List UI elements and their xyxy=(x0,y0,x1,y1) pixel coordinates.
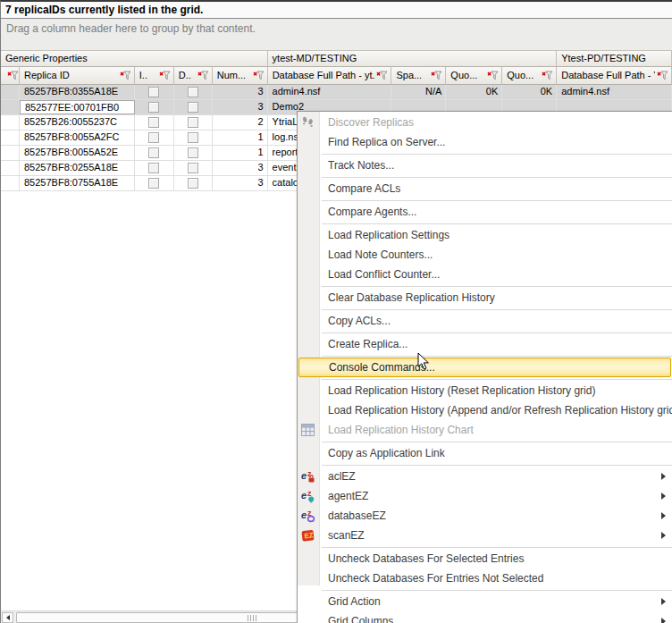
checkbox[interactable] xyxy=(188,87,198,97)
column-header-database-full-path-yt[interactable]: Database Full Path - yt... xyxy=(268,67,392,85)
checkbox[interactable] xyxy=(188,117,198,128)
checkbox[interactable] xyxy=(148,102,159,113)
cell-replica_id[interactable]: 85257BF8:0055A2FC xyxy=(20,130,135,145)
cell-checked_i[interactable] xyxy=(135,85,174,99)
column-header-quo[interactable]: Quo... xyxy=(502,67,557,85)
cell-checked_d[interactable] xyxy=(174,100,213,114)
filter-icon[interactable] xyxy=(253,71,265,82)
menu-item-grid-action[interactable]: Grid Action xyxy=(298,592,672,611)
checkbox[interactable] xyxy=(148,178,159,189)
column-header-database-full-path-yt[interactable]: Database Full Path - Yt... xyxy=(557,67,672,85)
cell-replica_id[interactable]: 852577EE:00701FB0 xyxy=(20,100,135,114)
filter-icon[interactable] xyxy=(197,71,209,82)
menu-item-compare-acls[interactable]: Compare ACLs xyxy=(298,179,672,198)
cell-checked_i[interactable] xyxy=(135,161,174,175)
cell-num[interactable]: 1 xyxy=(213,146,268,160)
cell-checked_d[interactable] xyxy=(174,85,213,99)
cell-num[interactable]: 1 xyxy=(213,130,268,145)
group-by-panel[interactable]: Drag a column header here to group by th… xyxy=(1,19,672,51)
menu-item-aclez[interactable]: aclEZez xyxy=(298,467,672,486)
cell-replica_id[interactable]: 85257BF8:0055A52E xyxy=(20,146,135,160)
cell-checked_i[interactable] xyxy=(135,115,174,130)
cell-replica_id[interactable]: 85257BF8:0755A18E xyxy=(20,176,135,190)
menu-item-console-commands[interactable]: Console Commands... xyxy=(298,358,671,377)
cell-checked_i[interactable] xyxy=(135,130,174,145)
menu-item-copy-as-application-link[interactable]: Copy as Application Link xyxy=(298,443,672,463)
row-indicator-cell[interactable] xyxy=(1,146,20,160)
menu-item-load-conflict-counter[interactable]: Load Conflict Counter... xyxy=(298,265,672,284)
cell-path2[interactable]: admin4.nsf xyxy=(557,85,672,99)
filter-icon[interactable] xyxy=(120,71,131,82)
cell-checked_i[interactable] xyxy=(135,176,174,190)
menu-item-load-replication-history-append-and-or-refresh-replication-history-grid[interactable]: Load Replication History (Append and/or … xyxy=(298,400,672,420)
cell-num[interactable]: 3 xyxy=(213,161,268,175)
band-header-ytest-pd-testing[interactable]: Ytest-PD/TESTING xyxy=(557,51,672,67)
cell-checked_d[interactable] xyxy=(174,146,213,160)
cell-replica_id[interactable]: 85257B26:0055237C xyxy=(20,115,135,130)
menu-item-track-notes[interactable]: Track Notes... xyxy=(298,156,672,175)
filter-icon[interactable] xyxy=(542,71,553,82)
menu-item-grid-columns[interactable]: Grid Columns xyxy=(298,611,672,623)
cell-num[interactable]: 3 xyxy=(213,100,268,114)
column-header-i[interactable]: I.. xyxy=(135,67,174,85)
row-indicator-cell[interactable] xyxy=(1,161,20,175)
column-header-indicator[interactable] xyxy=(1,67,20,85)
menu-item-copy-acls[interactable]: Copy ACLs... xyxy=(298,311,672,331)
menu-item-find-replica-on-server[interactable]: Find Replica on Server... xyxy=(298,132,672,152)
checkbox[interactable] xyxy=(188,102,198,113)
checkbox[interactable] xyxy=(148,163,159,173)
menu-item-load-replication-settings[interactable]: Load Replication Settings xyxy=(298,225,672,245)
checkbox[interactable] xyxy=(188,132,198,143)
cell-path[interactable]: admin4.nsf xyxy=(268,85,392,99)
cell-replica_id[interactable]: 85257BF8:0255A18E xyxy=(20,161,135,175)
menu-item-agentez[interactable]: agentEZez xyxy=(298,486,672,506)
cell-replica_id[interactable]: 85257BF8:0355A18E xyxy=(20,85,135,99)
cell-num[interactable]: 3 xyxy=(213,176,268,190)
cell-checked_d[interactable] xyxy=(174,115,213,130)
menu-item-load-note-counters[interactable]: Load Note Counters... xyxy=(298,245,672,265)
checkbox[interactable] xyxy=(148,87,159,97)
band-header-generic-properties[interactable]: Generic Properties xyxy=(1,51,268,67)
filter-icon[interactable] xyxy=(7,71,19,82)
checkbox[interactable] xyxy=(188,178,198,189)
cell-num[interactable]: 2 xyxy=(213,115,268,130)
column-header-num[interactable]: Num... xyxy=(213,67,268,85)
menu-item-scanez[interactable]: scanEZEZ xyxy=(298,526,672,545)
menu-item-uncheck-databases-for-selected-entries[interactable]: Uncheck Databases For Selected Entries xyxy=(298,549,672,568)
cell-space[interactable]: N/A xyxy=(391,85,446,99)
menu-item-compare-agents[interactable]: Compare Agents... xyxy=(298,202,672,222)
cell-checked_i[interactable] xyxy=(135,100,174,114)
cell-checked_d[interactable] xyxy=(174,176,213,190)
menu-item-uncheck-databases-for-entries-not-selected[interactable]: Uncheck Databases For Entries Not Select… xyxy=(298,568,672,588)
menu-item-load-replication-history-reset-replication-history-grid[interactable]: Load Replication History (Reset Replicat… xyxy=(298,381,672,400)
cell-checked_d[interactable] xyxy=(174,161,213,175)
checkbox[interactable] xyxy=(188,147,198,158)
column-header-d[interactable]: D.. xyxy=(174,67,213,85)
row-indicator-cell[interactable] xyxy=(1,176,20,190)
cell-checked_i[interactable] xyxy=(135,146,174,160)
filter-icon[interactable] xyxy=(159,71,171,82)
menu-item-create-replica[interactable]: Create Replica... xyxy=(298,334,672,354)
column-header-replica-id[interactable]: Replica ID xyxy=(20,67,135,85)
cell-num[interactable]: 3 xyxy=(213,85,268,99)
checkbox[interactable] xyxy=(188,163,198,173)
cell-quota2[interactable]: 0K xyxy=(502,85,557,99)
checkbox[interactable] xyxy=(148,117,159,128)
band-header-ytest-md-testing[interactable]: ytest-MD/TESTING xyxy=(268,51,558,67)
column-header-spa[interactable]: Spa... xyxy=(391,67,446,85)
cell-quota1[interactable]: 0K xyxy=(446,85,502,99)
checkbox[interactable] xyxy=(148,147,159,158)
row-indicator-cell[interactable] xyxy=(1,100,20,114)
menu-item-databaseez[interactable]: databaseEZez xyxy=(298,506,672,526)
menu-item-clear-database-replication-history[interactable]: Clear Database Replication History xyxy=(298,288,672,307)
filter-icon[interactable] xyxy=(657,71,668,82)
row-indicator-cell[interactable] xyxy=(1,130,20,145)
cell-checked_d[interactable] xyxy=(174,130,213,145)
row-indicator-cell[interactable] xyxy=(1,115,20,130)
column-header-quo[interactable]: Quo... xyxy=(446,67,502,85)
filter-icon[interactable] xyxy=(431,71,442,82)
filter-icon[interactable] xyxy=(376,71,388,82)
filter-icon[interactable] xyxy=(487,71,499,82)
checkbox[interactable] xyxy=(148,132,159,143)
scroll-left-button[interactable] xyxy=(2,612,13,623)
